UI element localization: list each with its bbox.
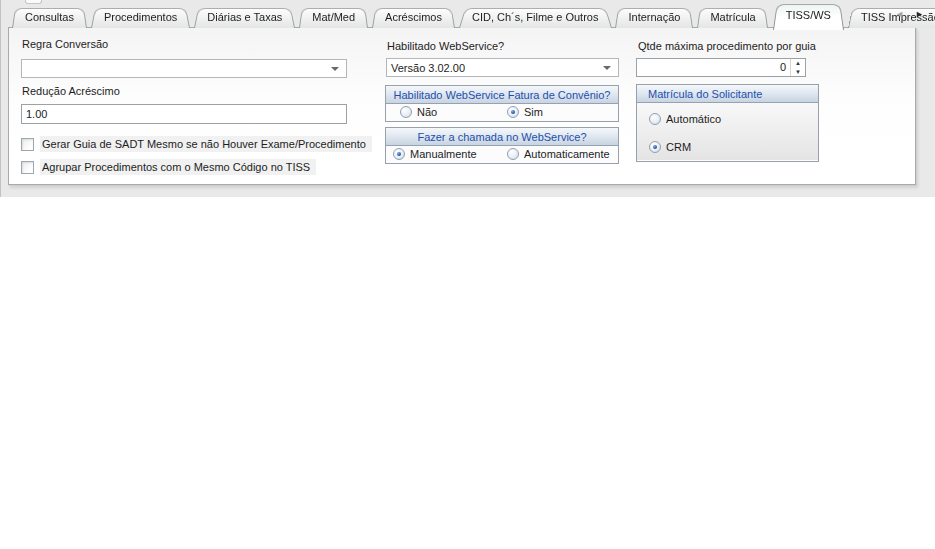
regra-conversao-select[interactable] <box>21 59 347 78</box>
reducao-acrescimo-input[interactable] <box>21 104 347 124</box>
partial-control-above <box>25 0 42 4</box>
qtde-maxima-spinner[interactable]: 0 ▲ ▼ <box>636 58 806 77</box>
radio-automatico[interactable]: Automático <box>649 113 721 125</box>
spinner-value: 0 <box>637 59 790 76</box>
checkbox-agrupar-procedimentos[interactable]: Agrupar Procedimentos com o Mesmo Código… <box>21 159 316 175</box>
chevron-down-icon <box>331 67 339 71</box>
checkbox-gerar-guia-sadt[interactable]: Gerar Guia de SADT Mesmo se não Houver E… <box>21 136 372 152</box>
tab-bar: Consultas Procedimentos Diárias e Taxas … <box>12 5 935 28</box>
checkbox-label: Agrupar Procedimentos com o Mesmo Código… <box>40 159 316 175</box>
checkbox-icon <box>21 138 34 151</box>
tab-label: Consultas <box>25 11 74 23</box>
group-body: Manualmente Automaticamente <box>386 146 618 162</box>
habilitado-webservice-select[interactable]: Versão 3.02.00 <box>386 58 619 77</box>
group-body: Automático CRM <box>637 103 818 160</box>
qtde-maxima-label: Qtde máxima procedimento por guia <box>638 40 816 52</box>
caret-right-icon: ► <box>915 9 924 19</box>
tab-internacao[interactable]: Internação <box>615 6 693 28</box>
radio-icon <box>400 106 412 118</box>
radio-nao[interactable]: Não <box>400 106 437 118</box>
spin-up-button[interactable]: ▲ <box>791 59 805 68</box>
tab-label: Diárias e Taxas <box>207 11 282 23</box>
tab-label: Procedimentos <box>104 11 177 23</box>
radio-label: CRM <box>666 141 691 153</box>
radio-icon <box>649 113 661 125</box>
tab-consultas[interactable]: Consultas <box>12 6 87 28</box>
tab-tiss-ws[interactable]: TISS/WS <box>773 1 844 28</box>
checkbox-icon <box>21 161 34 174</box>
spinner-buttons: ▲ ▼ <box>790 59 805 76</box>
group-chamada-webservice: Fazer a chamada no WebService? Manualmen… <box>385 127 619 164</box>
tab-page-tiss-ws: Regra Conversão Redução Acréscimo Gerar … <box>8 27 916 185</box>
tab-label: TISS/WS <box>786 9 831 21</box>
radio-icon <box>507 106 519 118</box>
radio-automaticamente[interactable]: Automaticamente <box>507 148 610 160</box>
radio-icon <box>393 148 405 160</box>
regra-conversao-label: Regra Conversão <box>22 38 108 50</box>
tab-scroll-buttons: ◄ ► <box>895 8 924 20</box>
tab-matricula[interactable]: Matrícula <box>697 6 768 28</box>
radio-label: Não <box>417 106 437 118</box>
tab-acrescimos[interactable]: Acréscimos <box>372 6 455 28</box>
tab-scroll-right-button[interactable]: ► <box>915 8 924 20</box>
tab-cid-chs-filme-e-outros[interactable]: CID, Ch´s, Filme e Outros <box>459 6 612 28</box>
tab-label: Internação <box>628 11 680 23</box>
tab-procedimentos[interactable]: Procedimentos <box>91 6 190 28</box>
group-body: Não Sim <box>386 104 618 120</box>
radio-manualmente[interactable]: Manualmente <box>393 148 477 160</box>
radio-sim[interactable]: Sim <box>507 106 543 118</box>
chevron-down-icon <box>603 66 611 70</box>
group-title: Habilitado WebService Fatura de Convênio… <box>386 86 618 104</box>
reducao-acrescimo-label: Redução Acréscimo <box>22 85 120 97</box>
radio-icon <box>649 141 661 153</box>
checkbox-label: Gerar Guia de SADT Mesmo se não Houver E… <box>40 136 372 152</box>
radio-label: Automaticamente <box>524 148 610 160</box>
tab-diarias-e-taxas[interactable]: Diárias e Taxas <box>194 6 295 28</box>
habilitado-webservice-label: Habilitado WebService? <box>387 40 504 52</box>
tiss-ws-settings-screen: Consultas Procedimentos Diárias e Taxas … <box>0 0 935 549</box>
caret-left-icon: ◄ <box>895 9 904 19</box>
group-fatura-convenio: Habilitado WebService Fatura de Convênio… <box>385 85 619 122</box>
radio-label: Sim <box>524 106 543 118</box>
radio-label: Manualmente <box>410 148 477 160</box>
group-title: Fazer a chamada no WebService? <box>386 128 618 146</box>
radio-label: Automático <box>666 113 721 125</box>
group-title: Matrícula do Solicitante <box>637 85 818 103</box>
select-value: Versão 3.02.00 <box>391 62 465 74</box>
tab-mat-med[interactable]: Mat/Med <box>299 6 368 28</box>
tab-label: Acréscimos <box>385 11 442 23</box>
radio-icon <box>507 148 519 160</box>
tab-label: Matrícula <box>710 11 755 23</box>
group-matricula-solicitante: Matrícula do Solicitante Automático CRM <box>636 84 819 162</box>
tab-label: CID, Ch´s, Filme e Outros <box>472 11 599 23</box>
spin-down-button[interactable]: ▼ <box>791 68 805 77</box>
tab-label: Mat/Med <box>312 11 355 23</box>
tab-scroll-left-button[interactable]: ◄ <box>895 8 904 20</box>
radio-crm[interactable]: CRM <box>649 141 691 153</box>
